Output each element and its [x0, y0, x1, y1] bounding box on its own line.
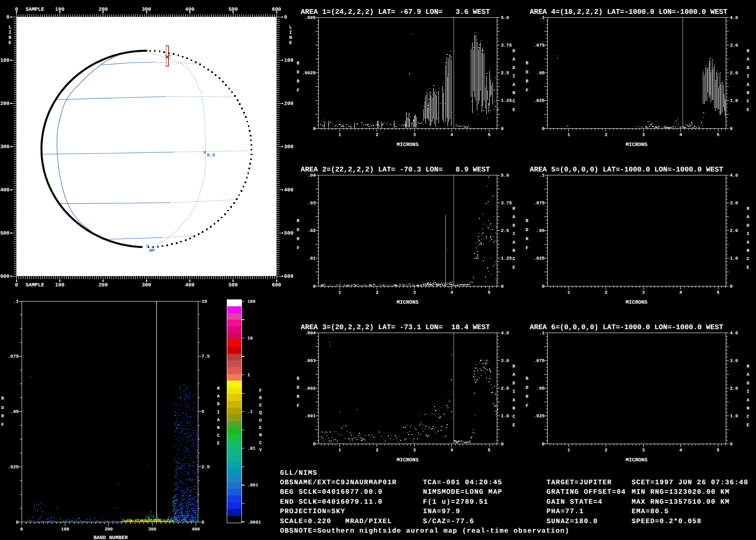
- svg-text:E: E: [259, 426, 262, 431]
- svg-text:OBSNOTE=Southern nightside aur: OBSNOTE=Southern nightside auroral map (…: [280, 527, 569, 535]
- svg-text:1: 1: [248, 373, 250, 378]
- svg-text:0: 0: [501, 127, 504, 132]
- svg-text:F: F: [1, 422, 4, 428]
- svg-text:500: 500: [229, 6, 238, 13]
- svg-text:0: 0: [284, 14, 287, 20]
- svg-text:.02: .02: [308, 229, 316, 234]
- svg-text:5.0: 5.0: [501, 173, 509, 178]
- svg-text:100: 100: [55, 282, 64, 288]
- svg-text:D: D: [512, 223, 515, 229]
- svg-text:MIN RNG=1323020.00 KM: MIN RNG=1323020.00 KM: [632, 488, 730, 496]
- svg-text:Q: Q: [259, 410, 262, 416]
- svg-text:1.0: 1.0: [730, 256, 738, 261]
- svg-text:2: 2: [376, 290, 378, 295]
- svg-text:A: A: [512, 57, 515, 62]
- svg-text:200: 200: [0, 101, 10, 107]
- svg-text:C: C: [512, 257, 515, 262]
- svg-text:400: 400: [185, 6, 194, 13]
- svg-text:.075: .075: [534, 43, 544, 48]
- svg-text:MICRONS: MICRONS: [626, 142, 647, 148]
- svg-text:3.0: 3.0: [730, 201, 738, 206]
- svg-text:N: N: [512, 248, 515, 254]
- svg-text:I: I: [289, 30, 292, 35]
- svg-text:100: 100: [55, 6, 64, 13]
- svg-text:5: 5: [717, 133, 719, 138]
- svg-text:.04: .04: [308, 173, 316, 178]
- svg-text:OBSNAME/EXT=C9JNAURMAP01R: OBSNAME/EXT=C9JNAURMAP01R: [280, 479, 397, 486]
- svg-text:D: D: [297, 385, 299, 391]
- svg-text:I: I: [9, 30, 12, 35]
- svg-text:.1: .1: [539, 173, 545, 178]
- svg-text:10: 10: [202, 299, 207, 305]
- svg-text:100: 100: [284, 57, 294, 64]
- svg-text:D: D: [746, 223, 749, 229]
- svg-text:I: I: [746, 389, 749, 394]
- svg-text:600: 600: [284, 273, 294, 280]
- svg-text:R: R: [217, 386, 220, 391]
- svg-text:MICRONS: MICRONS: [397, 457, 418, 463]
- svg-text:F: F: [297, 403, 299, 409]
- svg-text:2: 2: [376, 133, 378, 138]
- svg-text:N: N: [512, 91, 515, 96]
- svg-text:4.0: 4.0: [730, 331, 738, 336]
- svg-text:1: 1: [567, 448, 570, 453]
- svg-text:C: C: [512, 99, 515, 104]
- svg-text:B: B: [297, 61, 300, 66]
- svg-text:4: 4: [451, 448, 453, 453]
- svg-text:0,0: 0,0: [207, 153, 215, 158]
- svg-text:400: 400: [284, 187, 294, 193]
- svg-text:SAMPLE: SAMPLE: [25, 282, 44, 288]
- svg-text:NP: NP: [149, 248, 155, 254]
- svg-text:BAND NUMBER: BAND NUMBER: [93, 535, 128, 540]
- svg-text:0: 0: [501, 284, 504, 289]
- svg-text:400: 400: [0, 187, 10, 193]
- svg-text:100: 100: [61, 527, 69, 532]
- svg-text:N: N: [259, 433, 262, 438]
- svg-text:.05: .05: [537, 229, 545, 234]
- svg-text:MICRONS: MICRONS: [626, 299, 647, 305]
- svg-text:PHA=77.1: PHA=77.1: [546, 508, 584, 515]
- svg-text:600: 600: [0, 273, 10, 280]
- svg-text:400: 400: [192, 527, 200, 532]
- svg-text:END SCLK=04016079.11.0: END SCLK=04016079.11.0: [280, 498, 383, 506]
- svg-text:.0025: .0025: [302, 71, 316, 76]
- svg-text:D: D: [512, 66, 515, 71]
- svg-text:0: 0: [730, 284, 733, 289]
- svg-text:2: 2: [376, 448, 378, 453]
- svg-text:N: N: [746, 91, 749, 96]
- svg-text:A: A: [512, 83, 515, 88]
- svg-text:A: A: [512, 372, 515, 378]
- svg-text:.1: .1: [13, 299, 19, 305]
- svg-text:D: D: [746, 66, 749, 71]
- svg-text:.03: .03: [308, 201, 316, 206]
- svg-text:R: R: [297, 394, 300, 400]
- svg-text:R: R: [526, 394, 529, 400]
- svg-text:1: 1: [567, 290, 570, 295]
- svg-text:AREA 6=(0,0,0,0) LAT=-1000.0 L: AREA 6=(0,0,0,0) LAT=-1000.0 LON=-1000.0…: [530, 323, 723, 331]
- svg-text:D: D: [746, 381, 749, 386]
- svg-text:500: 500: [0, 230, 10, 236]
- svg-text:INA=97.9: INA=97.9: [423, 508, 461, 515]
- svg-text:A: A: [746, 215, 750, 220]
- svg-text:.1: .1: [248, 410, 253, 415]
- svg-text:U: U: [259, 418, 262, 423]
- svg-text:4: 4: [680, 133, 682, 138]
- svg-text:0: 0: [16, 520, 19, 525]
- svg-text:1: 1: [338, 133, 341, 138]
- svg-text:2.5: 2.5: [501, 229, 509, 234]
- svg-text:R: R: [1, 414, 4, 419]
- svg-text:5: 5: [717, 448, 719, 453]
- svg-text:0: 0: [542, 127, 544, 132]
- svg-text:.005: .005: [305, 16, 315, 21]
- svg-text:E: E: [512, 423, 515, 428]
- svg-text:R: R: [746, 49, 750, 54]
- svg-text:R: R: [512, 206, 515, 212]
- svg-text:B: B: [297, 376, 300, 381]
- svg-text:0: 0: [542, 442, 544, 447]
- svg-text:E: E: [289, 41, 292, 46]
- svg-text:AREA 4=(18,2,2,2) LAT=-1000.0: AREA 4=(18,2,2,2) LAT=-1000.0 LON=-1000.…: [530, 8, 727, 16]
- svg-text:F: F: [526, 403, 528, 409]
- svg-text:3: 3: [413, 133, 416, 138]
- svg-text:L: L: [289, 25, 292, 30]
- svg-text:C: C: [512, 414, 515, 419]
